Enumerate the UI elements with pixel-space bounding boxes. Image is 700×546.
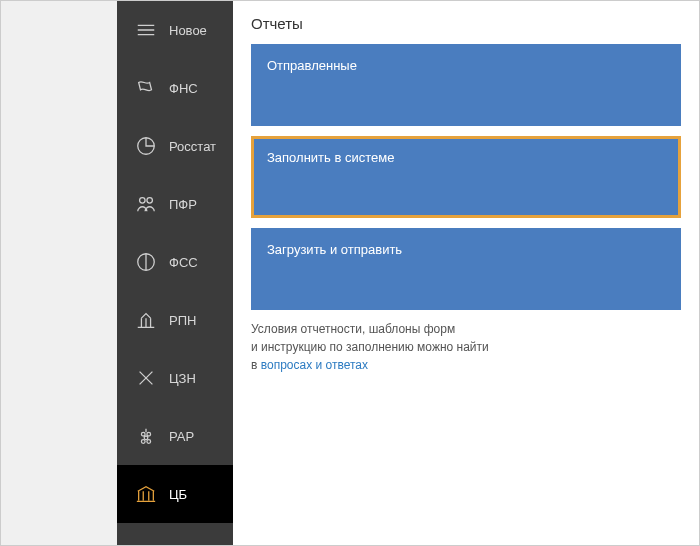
sidebar-item-fns[interactable]: ФНС bbox=[117, 59, 233, 117]
tile-sent[interactable]: Отправленные bbox=[251, 44, 681, 126]
window: Новое ФНС Росстат ПФР ФСС bbox=[0, 0, 700, 546]
factory-icon bbox=[135, 309, 157, 331]
sidebar-item-fss[interactable]: ФСС bbox=[117, 233, 233, 291]
sidebar: Новое ФНС Росстат ПФР ФСС bbox=[117, 1, 233, 545]
sidebar-item-label: Росстат bbox=[169, 139, 216, 154]
sidebar-item-label: РАР bbox=[169, 429, 194, 444]
tools-icon bbox=[135, 367, 157, 389]
sidebar-item-label: ЦБ bbox=[169, 487, 187, 502]
sidebar-item-rpn[interactable]: РПН bbox=[117, 291, 233, 349]
sidebar-item-label: ФНС bbox=[169, 81, 198, 96]
hint-line3-prefix: в bbox=[251, 358, 261, 372]
flag-icon bbox=[135, 77, 157, 99]
svg-point-4 bbox=[141, 432, 145, 436]
bank-icon bbox=[135, 483, 157, 505]
sidebar-item-czn[interactable]: ЦЗН bbox=[117, 349, 233, 407]
hint-line1: Условия отчетности, шаблоны форм bbox=[251, 322, 455, 336]
page-title: Отчеты bbox=[251, 15, 681, 32]
sidebar-item-novoe[interactable]: Новое bbox=[117, 1, 233, 59]
svg-point-7 bbox=[141, 440, 145, 444]
main-panel: Отчеты Отправленные Заполнить в системе … bbox=[233, 1, 699, 545]
sidebar-item-label: Новое bbox=[169, 23, 207, 38]
sidebar-item-rar[interactable]: РАР bbox=[117, 407, 233, 465]
svg-point-1 bbox=[140, 198, 146, 204]
svg-point-5 bbox=[147, 432, 151, 436]
svg-point-6 bbox=[144, 436, 148, 440]
tile-label: Заполнить в системе bbox=[267, 150, 394, 165]
sidebar-item-label: ЦЗН bbox=[169, 371, 196, 386]
tile-fill-in-system[interactable]: Заполнить в системе bbox=[251, 136, 681, 218]
tile-label: Загрузить и отправить bbox=[267, 242, 402, 257]
sidebar-item-label: ПФР bbox=[169, 197, 197, 212]
svg-point-8 bbox=[147, 440, 151, 444]
hint-line2: и инструкцию по заполнению можно найти bbox=[251, 340, 489, 354]
hint-text: Условия отчетности, шаблоны форм и инстр… bbox=[251, 320, 681, 374]
grapes-icon bbox=[135, 425, 157, 447]
sidebar-item-label: РПН bbox=[169, 313, 196, 328]
people-icon bbox=[135, 193, 157, 215]
circle-slash-icon bbox=[135, 251, 157, 273]
layers-icon bbox=[135, 19, 157, 41]
svg-point-2 bbox=[147, 198, 153, 204]
sidebar-item-rosstat[interactable]: Росстат bbox=[117, 117, 233, 175]
tile-label: Отправленные bbox=[267, 58, 357, 73]
sidebar-item-pfr[interactable]: ПФР bbox=[117, 175, 233, 233]
sidebar-item-cb[interactable]: ЦБ bbox=[117, 465, 233, 523]
tile-upload-send[interactable]: Загрузить и отправить bbox=[251, 228, 681, 310]
sidebar-item-label: ФСС bbox=[169, 255, 198, 270]
left-gutter bbox=[1, 1, 117, 545]
hint-link[interactable]: вопросах и ответах bbox=[261, 358, 368, 372]
pie-chart-icon bbox=[135, 135, 157, 157]
